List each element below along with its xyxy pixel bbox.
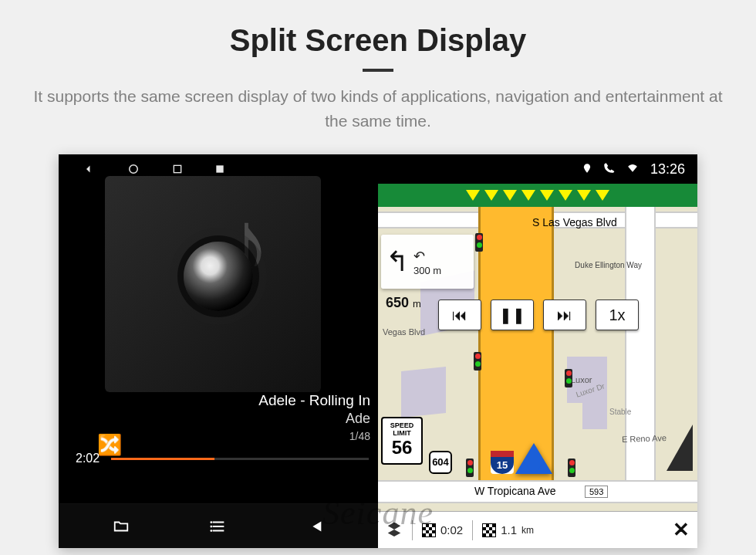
page-title: Split Screen Display: [0, 23, 756, 58]
distance-unit: km: [521, 525, 534, 536]
traffic-light-icon: [475, 233, 483, 252]
lane-arrow-icon: [540, 190, 554, 201]
eta-time: 0:02: [440, 523, 463, 536]
svg-point-0: [130, 165, 138, 174]
page-subtitle: It supports the same screen display of t…: [0, 84, 756, 154]
traffic-light-icon: [474, 352, 481, 371]
svg-point-5: [210, 530, 212, 532]
recents-icon[interactable]: [171, 163, 184, 175]
track-meta: Adele - Rolling In Ade 1/48: [59, 369, 378, 447]
building: [582, 398, 607, 429]
sim-pause-button[interactable]: ❚❚: [491, 299, 534, 330]
nav-panel: 13:26 S Las Vegas Blvd Duke Ellington Wa…: [378, 154, 697, 548]
lane-arrow-icon: [503, 190, 517, 201]
road: [625, 207, 656, 503]
lane-arrow-icon: [484, 190, 498, 201]
street-label: S Las Vegas Blvd: [532, 216, 617, 228]
layers-icon[interactable]: [386, 520, 403, 540]
street-label: Stable: [609, 408, 631, 416]
speed-limit-sign: SPEED LIMIT 56: [381, 417, 423, 465]
progress-track[interactable]: [111, 458, 369, 460]
sim-next-button[interactable]: ⏭: [543, 299, 586, 330]
route-shield-i15: 15: [491, 451, 514, 474]
lane-arrow-icon: [521, 190, 535, 201]
heading-underline: [363, 69, 393, 72]
music-panel: ♪ Adele - Rolling In Ade 1/48 🔀 2:02: [59, 154, 378, 548]
sim-controls: ⏮ ❚❚ ⏭ 1x: [438, 299, 639, 330]
traffic-light-icon: [565, 369, 572, 387]
phone-icon: [603, 161, 615, 178]
distance-segment[interactable]: 1.1 km: [482, 523, 534, 537]
close-button[interactable]: ✕: [673, 518, 690, 542]
eta-segment[interactable]: 0:02: [422, 523, 463, 537]
lane-arrow-icon: [559, 190, 572, 201]
street-label: Duke Ellington Way: [575, 261, 642, 269]
nav-bottom-bar: 0:02 1.1 km ✕: [378, 511, 697, 548]
remaining-distance: 1.1: [501, 523, 517, 536]
back-icon[interactable]: [82, 162, 96, 176]
next-turn-panel: ↰ ↶ 300 m: [381, 235, 474, 289]
folder-icon[interactable]: [111, 518, 131, 535]
svg-rect-1: [174, 165, 181, 172]
elapsed-time: 2:02: [76, 452, 100, 465]
checkered-flag-icon: [482, 523, 496, 537]
poi-label: Luxor: [571, 375, 592, 384]
status-bar: 13:26: [378, 154, 697, 184]
play-knob[interactable]: [184, 242, 253, 311]
location-icon: [582, 161, 592, 178]
previous-track-icon[interactable]: [305, 518, 326, 535]
progress-fill: [111, 458, 214, 460]
track-counter: 1/48: [59, 430, 370, 442]
traffic-light-icon: [466, 459, 474, 477]
svg-rect-2: [216, 165, 223, 172]
screenshot-icon[interactable]: [214, 164, 225, 174]
traffic-light-icon: [568, 459, 575, 477]
album-art-area: ♪: [59, 184, 378, 369]
wifi-icon: [626, 161, 640, 178]
device-screenshot: ♪ Adele - Rolling In Ade 1/48 🔀 2:02: [59, 154, 697, 548]
route-shield-604: 604: [429, 451, 452, 474]
street-label: E Reno Ave: [622, 433, 667, 444]
sim-speed-button[interactable]: 1x: [596, 299, 639, 330]
lane-arrow-icon: [466, 190, 480, 201]
home-icon[interactable]: [127, 162, 140, 176]
next-turn-dist: 300: [413, 265, 430, 276]
track-title: Adele - Rolling In: [59, 392, 370, 409]
main-turn-distance: 650 m: [386, 295, 421, 311]
building-pyramid: [667, 425, 693, 471]
street-label: Vegas Blvd: [383, 327, 425, 337]
clock-time: 13:26: [650, 161, 685, 178]
music-bottom-bar: [59, 503, 378, 548]
svg-point-4: [210, 525, 212, 527]
building: [401, 367, 446, 418]
turn-left-icon: ↰: [386, 245, 409, 278]
lane-guidance-bar: [378, 184, 697, 207]
street-number: 593: [585, 486, 608, 498]
track-artist: Ade: [59, 411, 370, 427]
lane-arrow-icon: [596, 190, 609, 201]
next-turn-unit: m: [433, 265, 441, 276]
checkered-flag-icon: [422, 523, 436, 537]
svg-point-3: [210, 521, 212, 523]
street-label: W Tropicana Ave: [474, 485, 556, 497]
current-position-icon: [515, 443, 552, 474]
playlist-icon[interactable]: [208, 518, 228, 535]
lane-arrow-icon: [577, 190, 591, 201]
sim-prev-button[interactable]: ⏮: [438, 299, 481, 330]
progress-row: 2:02: [59, 447, 378, 469]
map-canvas[interactable]: S Las Vegas Blvd Duke Ellington Way Vega…: [378, 207, 697, 548]
